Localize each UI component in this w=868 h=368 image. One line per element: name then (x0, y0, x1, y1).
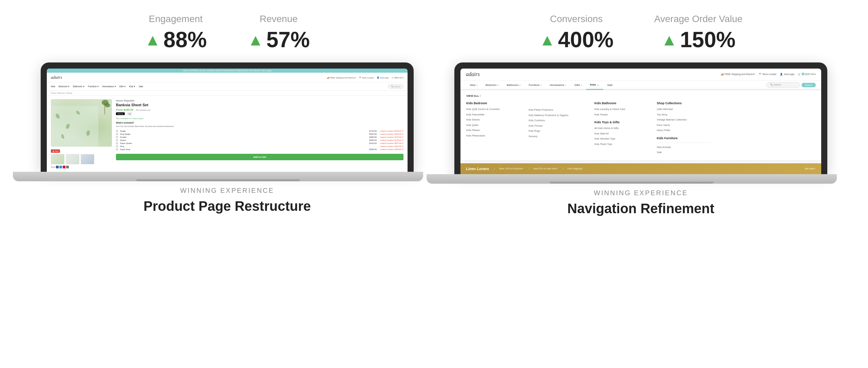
s2-kids-sheets[interactable]: Kids Sheets (466, 118, 520, 122)
s2-all-kids-gifts[interactable]: All Kids Home & Gifts (594, 127, 649, 130)
s2-kids-mattress-protectors[interactable]: Kids Mattress Protectors & Toppers (529, 114, 586, 117)
engagement-value: ▲ 88% (144, 27, 207, 52)
s2-nursery[interactable]: Nursery (529, 135, 586, 139)
s2-new-arrivals[interactable]: New Arrivals (657, 146, 711, 149)
s1-nav-bedroom[interactable]: Bedroom ▾ (59, 85, 70, 88)
s2-nav-kids[interactable]: Kids ▲ (586, 80, 603, 90)
s2-little-mermaid[interactable]: Little Mermaid (657, 108, 711, 111)
s2-kids-laundry[interactable]: Kids Laundry & Home Care (594, 108, 649, 111)
size-king[interactable]: King Lowest Location: $287.98 ↺ (116, 145, 403, 147)
s2-nav-bedroom[interactable]: Bedroom ▾ (481, 81, 502, 89)
s1-thumb-3[interactable] (81, 154, 94, 164)
email-icon[interactable] (66, 166, 69, 168)
left-laptop-base (13, 172, 423, 181)
right-case-study: Conversions ▲ 400% Average Order Value ▲… (454, 14, 827, 216)
s2-kids-quilt-covers[interactable]: Kids Quilt Covers & Coverlets (466, 108, 520, 111)
s2-kids-cushions[interactable]: Kids Cushions (529, 119, 586, 123)
s1-search-box[interactable]: 🔍 Search (388, 84, 403, 89)
s1-nav-bathroom[interactable]: Bathroom ▾ (73, 85, 84, 88)
s2-search-input[interactable]: 🔍 Search (766, 82, 800, 88)
s2-kids-towels[interactable]: Kids Towels (594, 113, 649, 117)
radio-king-single[interactable] (116, 133, 118, 135)
s2-kids-pillow-protectors[interactable]: Kids Pillow Protectors (529, 108, 586, 112)
s2-kids-plush-toys[interactable]: Kids Plush Toys (594, 143, 649, 146)
s2-kids-flannelette[interactable]: Kids Flannelette (466, 113, 520, 117)
s1-nav-new[interactable]: New (51, 85, 55, 88)
size-king-single[interactable]: King Single $284.99 Lowest Location: $28… (116, 133, 403, 135)
s2-kids-wall-art[interactable]: Kids Wall Art (594, 132, 649, 136)
size-single[interactable]: Single $179.99 Lowest Location: $249.99 … (116, 130, 403, 132)
radio-super-king[interactable] (116, 148, 118, 150)
s1-nav-kids[interactable]: Kids ▾ (129, 85, 135, 88)
s2-join-login[interactable]: 👤 Join/Login (780, 73, 794, 76)
s2-nav-homewares[interactable]: Homewares ▾ (546, 81, 570, 89)
s2-free-shipping: 🚚 FREE Shipping and Returns* (721, 73, 755, 76)
s1-available-styles[interactable]: Also available in 2 other styles (116, 117, 403, 119)
pinterest-icon[interactable] (63, 166, 65, 168)
size-double[interactable]: Double $289.99 Lowest Location: $279.99 … (116, 136, 403, 138)
s1-price: From $199.99 No reviews yet (116, 108, 403, 111)
s2-cart[interactable]: 🛒 1 $157.93 ▾ (798, 73, 816, 76)
s2-nav-gifts[interactable]: Gifts ▾ (570, 81, 586, 89)
zip-badge: zip (127, 112, 132, 115)
radio-single[interactable] (116, 130, 118, 132)
s1-main-image (51, 99, 112, 147)
s2-fleur-harris[interactable]: Fleur Harris (657, 124, 711, 127)
s2-kids-quilts[interactable]: Kids Quilts (466, 124, 520, 127)
s1-nav-sale[interactable]: Sale (139, 85, 143, 88)
s2-kids-throws[interactable]: Kids Throws (529, 124, 586, 128)
s1-images: 💾 Save Share (51, 99, 112, 168)
revenue-label: Revenue (260, 14, 298, 24)
s1-description: Twin Set: Set includes fitted sheet, fla… (116, 125, 403, 127)
facebook-icon[interactable] (56, 166, 59, 168)
radio-double[interactable] (116, 136, 118, 138)
s2-kids-wooden-toys[interactable]: Kids Wooden Toys (594, 137, 649, 141)
size-super-queen[interactable]: Super Queen $319.99 Lowest Location: $28… (116, 142, 403, 144)
s2-toy-story[interactable]: Toy Story (657, 113, 711, 117)
s2-nav-sale[interactable]: Sale (603, 81, 617, 89)
radio-queen[interactable] (116, 139, 118, 141)
s2-kids-pillowcases[interactable]: Kids Pillowcases (466, 134, 520, 138)
s2-join-now-button[interactable]: Join Now › (805, 167, 816, 170)
s2-search-active[interactable]: Search (802, 83, 816, 87)
s1-nav-gifts[interactable]: Gifts ▾ (119, 85, 126, 88)
s1-thumb-2[interactable] (66, 154, 79, 164)
s1-product-image (51, 99, 112, 147)
aov-label: Average Order Value (654, 14, 742, 24)
s2-store-locator[interactable]: 📍 Store Locator (758, 73, 776, 76)
s2-linen-title: Linen Lovers (466, 167, 489, 171)
s2-view-all[interactable]: VIEW ALL › (466, 94, 815, 97)
size-super-king[interactable]: Super King $299.99 Lowest Location: $299… (116, 148, 403, 150)
left-metrics-row: Engagement ▲ 88% Revenue ▲ 57% (144, 14, 310, 52)
radio-super-queen[interactable] (116, 142, 118, 144)
size-queen[interactable]: Queen $309.99 Lowest Location: $279.99 ↺ (116, 139, 403, 141)
aov-metric: Average Order Value ▲ 150% (654, 14, 742, 52)
left-case-study: Engagement ▲ 88% Revenue ▲ 57% FREE SHIP… (41, 14, 414, 216)
s2-dropdown-columns: Kids Bedroom Kids Quilt Covers & Coverle… (466, 102, 815, 156)
s1-nav-homewares[interactable]: Homewares ▾ (102, 85, 116, 88)
svg-point-1 (105, 103, 110, 107)
s1-nav: New Bedroom ▾ Bathroom ▾ Furniture ▾ Hom… (47, 82, 408, 91)
s2-nav-bathroom[interactable]: Bathroom ▾ (502, 81, 525, 89)
s1-topbar: FREE SHIPPING ON ALL ORDERS ENDS TOMORRO… (47, 69, 408, 73)
add-to-cart-button[interactable]: Add to Cart (116, 154, 403, 160)
twitter-icon[interactable] (59, 166, 62, 168)
s2-nav-furniture[interactable]: Furniture ▾ (525, 81, 546, 89)
s1-thumb-1[interactable] (51, 154, 64, 164)
s2-kids-rugs[interactable]: Kids Rugs (529, 129, 586, 133)
s2-nav-new[interactable]: New ▾ (466, 81, 481, 89)
s1-product-title: Banksia Sheet Set (116, 103, 403, 107)
radio-king[interactable] (116, 145, 118, 147)
free-shipping-text: 🚚 FREE Shipping and Returns* (327, 76, 356, 79)
s1-payment-options: afterpay zip (116, 112, 403, 115)
s1-save-button[interactable]: 💾 Save (51, 149, 60, 153)
s2-kids-bathroom-title: Kids Bathroom (594, 102, 649, 105)
conversions-metric: Conversions ▲ 400% (539, 14, 613, 52)
s2-kids-pillows[interactable]: Kids Pillows (466, 129, 520, 132)
s1-nav-furniture[interactable]: Furniture ▾ (88, 85, 99, 88)
s2-harry-potter[interactable]: Harry Potter (657, 129, 711, 132)
s2-header: adairs 🚚 FREE Shipping and Returns* 📍 St… (460, 69, 821, 80)
s2-sale[interactable]: Sale (657, 151, 711, 154)
s2-vintage-batman[interactable]: Vintage Batman Collection (657, 118, 711, 122)
s1-header: adairs 🚚 FREE Shipping and Returns* 📍 St… (47, 73, 408, 82)
